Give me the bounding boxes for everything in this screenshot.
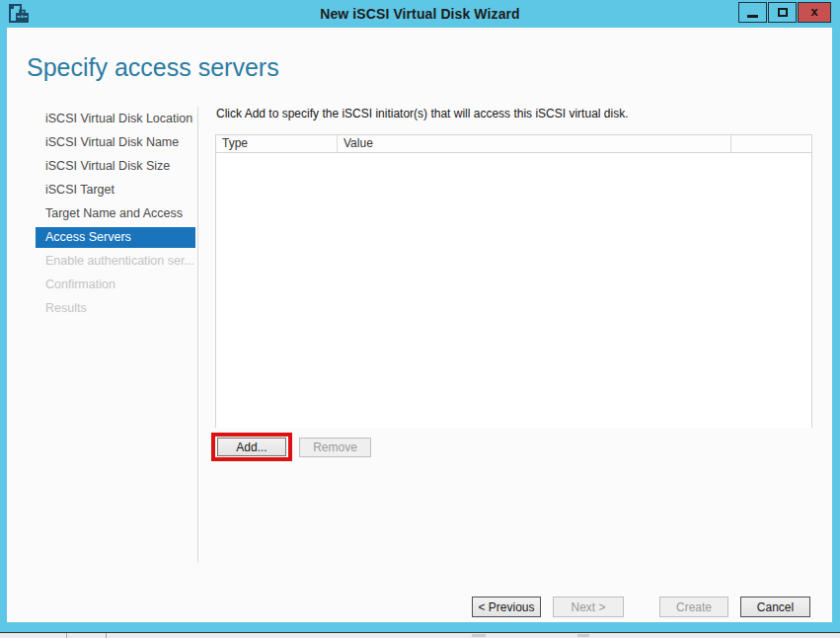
page-title: Specify access servers xyxy=(27,53,279,82)
background-artifact xyxy=(577,634,589,637)
sidebar-item-iscsi-target[interactable]: iSCSI Target xyxy=(36,178,195,201)
remove-button[interactable]: Remove xyxy=(299,438,371,457)
minimize-button[interactable] xyxy=(738,2,767,23)
wizard-steps-sidebar: iSCSI Virtual Disk Location iSCSI Virtua… xyxy=(36,107,195,320)
background-divider xyxy=(106,633,107,638)
sidebar-divider xyxy=(197,107,198,563)
sidebar-item-confirmation: Confirmation xyxy=(36,273,195,296)
minimize-icon xyxy=(747,15,758,18)
add-button[interactable]: Add... xyxy=(217,438,286,456)
column-header-type[interactable]: Type xyxy=(216,135,338,152)
cancel-button[interactable]: Cancel xyxy=(740,597,810,617)
sidebar-item-target-name-access[interactable]: Target Name and Access xyxy=(36,201,195,225)
create-button[interactable]: Create xyxy=(659,597,728,617)
table-body-empty[interactable] xyxy=(216,153,811,428)
background-artifact xyxy=(472,634,486,637)
previous-button[interactable]: < Previous xyxy=(472,597,541,617)
instruction-text: Click Add to specify the iSCSI initiator… xyxy=(216,107,628,120)
sidebar-item-disk-location[interactable]: iSCSI Virtual Disk Location xyxy=(36,107,195,130)
maximize-icon xyxy=(778,8,788,17)
background-app-strip xyxy=(0,633,840,638)
window-controls: x xyxy=(737,2,831,23)
close-icon: x xyxy=(810,5,817,20)
close-button[interactable]: x xyxy=(798,2,831,23)
sidebar-item-results: Results xyxy=(36,296,195,320)
initiators-table: Type Value xyxy=(215,134,812,428)
titlebar: New iSCSI Virtual Disk Wizard x xyxy=(0,0,840,28)
column-header-empty xyxy=(731,135,811,152)
window-title: New iSCSI Virtual Disk Wizard xyxy=(0,0,840,28)
sidebar-item-access-servers[interactable]: Access Servers xyxy=(36,227,195,248)
background-divider xyxy=(66,633,67,638)
sidebar-item-disk-name[interactable]: iSCSI Virtual Disk Name xyxy=(36,130,195,154)
wizard-window: New iSCSI Virtual Disk Wizard x Specify … xyxy=(0,0,840,632)
maximize-button[interactable] xyxy=(768,2,797,23)
sidebar-item-disk-size[interactable]: iSCSI Virtual Disk Size xyxy=(36,154,195,178)
add-button-highlight-annotation: Add... xyxy=(211,433,292,461)
next-button[interactable]: Next > xyxy=(553,597,624,617)
table-header-row: Type Value xyxy=(216,135,811,153)
column-header-value[interactable]: Value xyxy=(338,135,731,152)
wizard-content: Specify access servers iSCSI Virtual Dis… xyxy=(7,28,832,622)
sidebar-item-enable-authentication: Enable authentication ser... xyxy=(36,249,195,273)
